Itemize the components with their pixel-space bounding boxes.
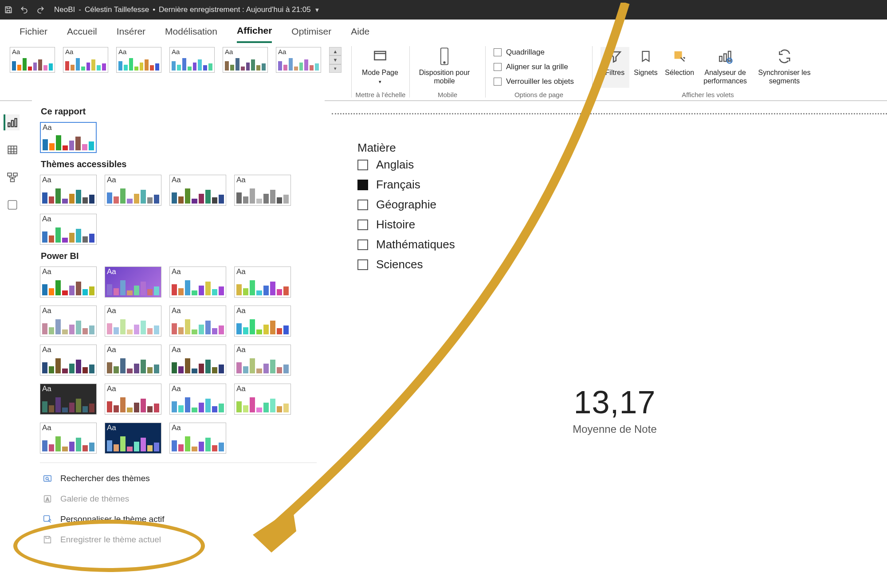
section-powerbi: Power BI bbox=[41, 251, 317, 261]
theme-swatch[interactable]: Aa bbox=[234, 267, 291, 298]
theme-swatch[interactable]: Aa bbox=[40, 345, 97, 376]
report-view-icon[interactable] bbox=[4, 114, 20, 130]
page-mode-button[interactable]: Mode Page ▾ bbox=[360, 47, 400, 85]
scroll-up-icon[interactable]: ▲ bbox=[329, 47, 341, 55]
checkbox-icon[interactable] bbox=[357, 180, 368, 190]
selection-pane-button[interactable]: Sélection bbox=[662, 47, 697, 88]
themes-scroll[interactable]: ▲ ▼ ▾ bbox=[329, 47, 341, 73]
tab-view[interactable]: Afficher bbox=[237, 20, 272, 43]
svg-rect-7 bbox=[724, 54, 726, 61]
theme-swatch[interactable]: Aa bbox=[40, 214, 97, 245]
sync-icon bbox=[775, 47, 794, 66]
snap-to-grid-checkbox[interactable]: Aligner sur la grille bbox=[494, 61, 584, 74]
theme-swatch[interactable]: Aa bbox=[169, 345, 226, 376]
group-label-page-options: Options de page bbox=[486, 91, 592, 98]
theme-swatch[interactable]: Aa bbox=[10, 47, 55, 73]
theme-swatch[interactable]: Aa bbox=[169, 384, 226, 415]
checkbox-icon[interactable] bbox=[357, 200, 368, 210]
model-view-icon[interactable] bbox=[4, 169, 20, 185]
dax-view-icon[interactable] bbox=[4, 197, 20, 213]
slicer-option[interactable]: Mathématiques bbox=[357, 238, 455, 251]
theme-swatch[interactable]: Aa bbox=[105, 345, 161, 376]
checkbox-icon[interactable] bbox=[357, 160, 368, 170]
slicer-option-label: Français bbox=[376, 178, 420, 192]
theme-swatch[interactable]: Aa bbox=[40, 423, 97, 454]
theme-swatch[interactable]: Aa bbox=[105, 423, 161, 454]
bookmarks-pane-button[interactable]: Signets bbox=[631, 47, 661, 88]
svg-rect-20 bbox=[11, 179, 15, 182]
save-icon[interactable] bbox=[4, 5, 13, 15]
checkbox-icon[interactable] bbox=[357, 220, 368, 230]
theme-swatch[interactable]: Aa bbox=[234, 384, 291, 415]
titlebar: NeoBI - Célestin Taillefesse • Dernière … bbox=[0, 0, 887, 20]
expand-gallery-icon[interactable]: ▾ bbox=[329, 64, 341, 73]
save-theme-icon bbox=[42, 534, 53, 545]
tab-file[interactable]: Fichier bbox=[20, 21, 47, 42]
subject-slicer[interactable]: Anglais Français Géographie Histoire Mat… bbox=[357, 158, 455, 271]
theme-swatch[interactable]: Aa bbox=[105, 267, 161, 298]
redo-icon[interactable] bbox=[35, 5, 45, 15]
gridlines-checkbox[interactable]: Quadrillage bbox=[494, 46, 584, 59]
theme-swatch[interactable]: Aa bbox=[169, 306, 226, 337]
theme-swatch[interactable]: Aa bbox=[63, 47, 108, 73]
checkbox-icon[interactable] bbox=[357, 259, 368, 270]
save-theme-menu-item[interactable]: Enregistrer le thème actuel bbox=[40, 529, 317, 550]
theme-swatch[interactable]: Aa bbox=[169, 175, 226, 206]
tab-optimize[interactable]: Optimiser bbox=[291, 21, 331, 42]
theme-swatch[interactable]: Aa bbox=[105, 384, 161, 415]
lock-objects-checkbox[interactable]: Verrouiller les objets bbox=[494, 75, 584, 88]
slicer-option[interactable]: Anglais bbox=[357, 158, 455, 172]
slicer-option[interactable]: Sciences bbox=[357, 258, 455, 271]
svg-rect-1 bbox=[374, 51, 385, 60]
theme-swatch[interactable]: Aa bbox=[105, 306, 161, 337]
slicer-title: Matière bbox=[357, 141, 396, 155]
svg-rect-12 bbox=[15, 118, 16, 126]
theme-swatch[interactable]: Aa bbox=[223, 47, 268, 73]
theme-swatch[interactable]: Aa bbox=[234, 345, 291, 376]
theme-swatch[interactable]: Aa bbox=[40, 306, 97, 337]
theme-swatch[interactable]: Aa bbox=[40, 267, 97, 298]
themes-gallery[interactable]: Aa Aa Aa Aa Aa Aa bbox=[0, 43, 351, 100]
theme-swatch[interactable]: Aa bbox=[169, 47, 215, 73]
browse-icon bbox=[42, 473, 53, 484]
svg-rect-0 bbox=[7, 11, 10, 13]
chevron-down-icon[interactable]: ▼ bbox=[314, 7, 320, 13]
slicer-option[interactable]: Géographie bbox=[357, 198, 455, 212]
performance-analyzer-button[interactable]: Analyseur de performances bbox=[699, 47, 752, 88]
filters-pane-button[interactable]: Filtres bbox=[600, 47, 629, 88]
filter-icon bbox=[605, 47, 624, 66]
browse-themes-menu-item[interactable]: Rechercher des thèmes bbox=[40, 468, 317, 489]
group-label-mobile: Mobile bbox=[410, 91, 485, 98]
theme-swatch[interactable]: Aa bbox=[169, 423, 226, 454]
data-view-icon[interactable] bbox=[4, 142, 20, 158]
checkbox-icon[interactable] bbox=[357, 239, 368, 250]
performance-icon bbox=[716, 47, 734, 66]
theme-swatch[interactable]: Aa bbox=[105, 175, 161, 206]
theme-swatch[interactable]: Aa bbox=[169, 267, 226, 298]
theme-gallery-menu-item[interactable]: A Galerie de thèmes bbox=[40, 489, 317, 509]
scroll-down-icon[interactable]: ▼ bbox=[329, 55, 341, 64]
section-this-report: Ce rapport bbox=[41, 106, 317, 117]
theme-swatch[interactable]: Aa bbox=[40, 175, 97, 206]
theme-swatch[interactable]: Aa bbox=[116, 47, 161, 73]
slicer-option[interactable]: Français bbox=[357, 178, 455, 192]
svg-rect-19 bbox=[13, 173, 17, 176]
theme-swatch[interactable]: Aa bbox=[276, 47, 321, 73]
undo-icon[interactable] bbox=[20, 5, 29, 15]
theme-swatch[interactable]: Aa bbox=[40, 122, 97, 153]
tab-insert[interactable]: Insérer bbox=[117, 21, 145, 42]
view-switcher bbox=[0, 101, 25, 213]
sync-slicers-button[interactable]: Synchroniser les segments bbox=[754, 47, 815, 88]
slicer-option[interactable]: Histoire bbox=[357, 218, 455, 231]
customize-theme-menu-item[interactable]: Personnaliser le thème actif bbox=[40, 509, 317, 529]
tab-home[interactable]: Accueil bbox=[67, 21, 97, 42]
mobile-layout-button[interactable]: Disposition pour mobile bbox=[418, 47, 471, 85]
tab-help[interactable]: Aide bbox=[351, 21, 369, 42]
theme-swatch[interactable]: Aa bbox=[234, 306, 291, 337]
ribbon: Aa Aa Aa Aa Aa Aa bbox=[0, 43, 887, 101]
page-mode-icon bbox=[371, 47, 389, 66]
theme-swatch[interactable]: Aa bbox=[234, 175, 291, 206]
tab-modeling[interactable]: Modélisation bbox=[165, 21, 217, 42]
theme-swatch[interactable]: Aa bbox=[40, 384, 97, 415]
svg-rect-22 bbox=[44, 476, 51, 482]
